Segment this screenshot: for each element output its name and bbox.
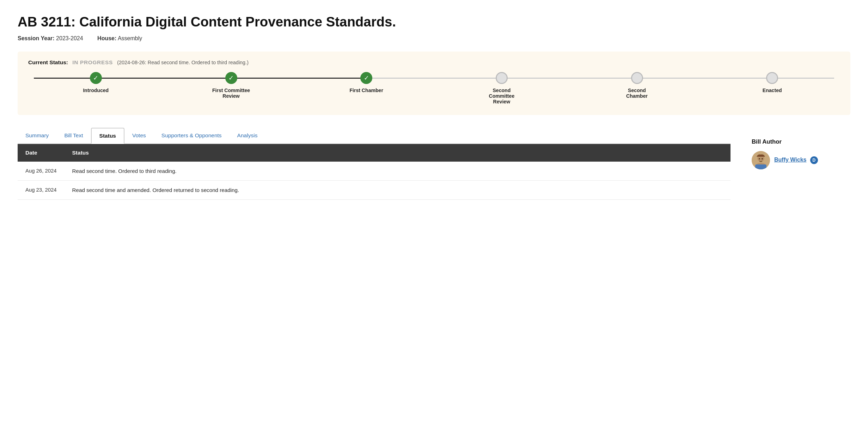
main-content: Summary Bill Text Status Votes Supporter… [18, 128, 850, 200]
table-header-row: Date Status [18, 144, 731, 162]
svg-point-4 [762, 158, 763, 160]
tab-status[interactable]: Status [91, 128, 124, 144]
bill-meta: Session Year: 2023-2024 House: Assembly [18, 35, 850, 42]
timeline-step-introduced: ✓ Introduced [28, 72, 164, 93]
step-label-enacted: Enacted [763, 88, 782, 93]
checkmark-icon-3: ✓ [364, 74, 369, 82]
timeline-step-second-committee: Second Committee Review [434, 72, 569, 104]
svg-point-3 [759, 158, 760, 160]
timeline-step-second-chamber: Second Chamber [569, 72, 705, 99]
step-circle-first-chamber: ✓ [360, 72, 372, 84]
current-status-line: Current Status: IN PROGRESS (2024-08-26:… [28, 59, 840, 66]
session-year-value: 2023-2024 [56, 35, 83, 41]
col-status-header: Status [65, 144, 731, 162]
status-banner: Current Status: IN PROGRESS (2024-08-26:… [18, 52, 850, 115]
tab-summary[interactable]: Summary [18, 128, 56, 144]
left-panel: Summary Bill Text Status Votes Supporter… [18, 128, 731, 200]
col-date-header: Date [18, 144, 65, 162]
table-cell-status: Read second time and amended. Ordered re… [65, 181, 731, 200]
tab-votes[interactable]: Votes [124, 128, 154, 144]
table-cell-date: Aug 23, 2024 [18, 181, 65, 200]
step-label-first-chamber: First Chamber [349, 88, 383, 93]
bill-author-section: Bill Author Buffy Wicks [752, 135, 850, 169]
table-row: Aug 23, 2024 Read second time and amende… [18, 181, 731, 200]
current-status-value: IN PROGRESS [72, 59, 113, 65]
status-table: Date Status Aug 26, 2024 Read second tim… [18, 144, 731, 200]
author-avatar [752, 151, 770, 169]
step-circle-first-committee: ✓ [225, 72, 237, 84]
step-circle-enacted [766, 72, 778, 84]
svg-rect-5 [755, 164, 766, 169]
author-name-party: Buffy Wicks D [774, 156, 818, 164]
house-value: Assembly [118, 35, 142, 41]
author-name[interactable]: Buffy Wicks [774, 157, 806, 163]
step-circle-introduced: ✓ [90, 72, 102, 84]
session-year-label: Session Year: [18, 35, 55, 41]
timeline: ✓ Introduced ✓ First Committee Review ✓ … [28, 72, 840, 104]
step-label-second-chamber: Second Chamber [618, 88, 656, 99]
current-status-label: Current Status: [28, 59, 68, 65]
current-status-note: (2024-08-26: Read second time. Ordered t… [117, 60, 249, 65]
step-label-first-committee: First Committee Review [212, 88, 251, 99]
table-cell-status: Read second time. Ordered to third readi… [65, 162, 731, 181]
tabs-bar: Summary Bill Text Status Votes Supporter… [18, 128, 731, 144]
timeline-step-enacted: Enacted [704, 72, 840, 93]
table-cell-date: Aug 26, 2024 [18, 162, 65, 181]
timeline-step-first-chamber: ✓ First Chamber [299, 72, 434, 93]
tab-analysis[interactable]: Analysis [230, 128, 265, 144]
party-badge: D [810, 156, 818, 164]
right-panel: Bill Author Buffy Wicks [752, 128, 850, 200]
step-circle-second-committee [496, 72, 508, 84]
step-circle-second-chamber [631, 72, 643, 84]
step-label-introduced: Introduced [83, 88, 109, 93]
bill-author-title: Bill Author [752, 138, 850, 145]
checkmark-icon-2: ✓ [228, 74, 234, 82]
house-label: House: [97, 35, 116, 41]
timeline-step-first-committee: ✓ First Committee Review [164, 72, 299, 99]
table-row: Aug 26, 2024 Read second time. Ordered t… [18, 162, 731, 181]
step-label-second-committee: Second Committee Review [482, 88, 521, 104]
checkmark-icon: ✓ [93, 74, 98, 82]
bill-title: AB 3211: California Digital Content Prov… [18, 14, 850, 30]
tab-bill-text[interactable]: Bill Text [56, 128, 91, 144]
tab-supporters-opponents[interactable]: Supporters & Opponents [154, 128, 230, 144]
author-row: Buffy Wicks D [752, 151, 850, 169]
